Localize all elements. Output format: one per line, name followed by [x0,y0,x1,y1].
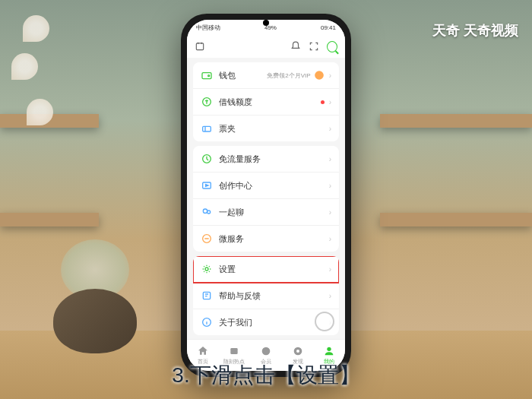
svg-point-15 [262,347,271,356]
row-label: 关于我们 [219,317,329,328]
row-label: 免流量服务 [219,154,329,165]
svg-point-11 [205,268,208,271]
row-label: 钱包 [219,70,267,81]
feedback-icon [201,290,213,302]
row-label: 一起聊 [219,207,329,218]
row-label: 设置 [219,264,329,275]
svg-rect-5 [203,126,211,131]
svg-point-3 [315,71,324,80]
chevron-right-icon: › [329,155,331,163]
svg-rect-0 [196,43,203,50]
chevron-right-icon: › [329,98,331,106]
service-icon [201,233,213,245]
row-extra: 免费领2个月VIP [267,71,310,80]
row-label: 创作中心 [219,180,329,192]
about-icon [201,316,213,328]
row-label: 帮助与反馈 [219,290,329,302]
calendar-icon[interactable] [195,41,205,52]
tab-icon [292,345,304,357]
search-icon[interactable] [327,41,337,52]
chevron-right-icon: › [329,71,331,80]
chevron-right-icon: › [329,265,331,274]
menu-row-data[interactable]: 免流量服务› [193,146,339,173]
notification-dot [321,100,325,104]
menu-row-service[interactable]: 微服务› [193,226,339,252]
tab-icon [228,345,240,357]
row-label: 借钱额度 [219,97,321,108]
clock: 09:41 [321,24,336,31]
svg-rect-14 [231,348,238,354]
chevron-right-icon: › [329,182,331,190]
scan-icon[interactable] [309,41,319,52]
assistive-touch[interactable] [315,312,334,331]
svg-point-8 [203,209,207,213]
chevron-right-icon: › [329,292,331,300]
data-icon [201,153,213,165]
vip-badge-icon [314,70,325,81]
create-icon [201,179,213,192]
menu-row-feedback[interactable]: 帮助与反馈› [193,283,339,309]
menu-row-loan[interactable]: 借钱额度› [193,89,339,116]
menu-row-create[interactable]: 创作中心› [193,173,339,199]
svg-point-2 [208,75,210,77]
svg-point-18 [328,347,331,351]
svg-point-17 [296,350,299,353]
menu-row-ticket[interactable]: 票夹› [193,116,339,141]
phone-frame: 中国移动 49% 09:41 钱包免费领2个月VIP›借钱额度›票夹› 免流量服… [181,14,351,377]
watermark: 天奇 天奇视频 [432,21,518,40]
tab-icon [323,345,335,357]
phone-screen: 中国移动 49% 09:41 钱包免费领2个月VIP›借钱额度›票夹› 免流量服… [187,20,345,371]
chevron-right-icon: › [329,208,331,217]
row-label: 微服务 [219,233,329,245]
bell-icon[interactable] [290,41,301,52]
ticket-icon [201,122,213,135]
menu-content[interactable]: 钱包免费领2个月VIP›借钱额度›票夹› 免流量服务›创作中心›一起聊›微服务›… [187,58,345,339]
chevron-right-icon: › [329,125,331,133]
svg-point-9 [207,211,211,214]
tab-icon [197,345,209,357]
tab-icon [260,345,272,357]
chat-icon [201,206,213,218]
menu-row-wallet[interactable]: 钱包免费领2个月VIP› [193,62,339,89]
chevron-right-icon: › [329,235,331,243]
wallet-icon [201,69,213,81]
menu-row-chat[interactable]: 一起聊› [193,199,339,226]
top-bar [187,35,345,58]
settings-icon [201,263,213,275]
row-label: 票夹 [219,123,329,135]
step-caption: 3.下滑点击【设置】 [172,361,359,390]
menu-row-settings[interactable]: 设置› [193,256,339,283]
loan-icon [201,96,213,108]
carrier: 中国移动 [196,24,220,32]
